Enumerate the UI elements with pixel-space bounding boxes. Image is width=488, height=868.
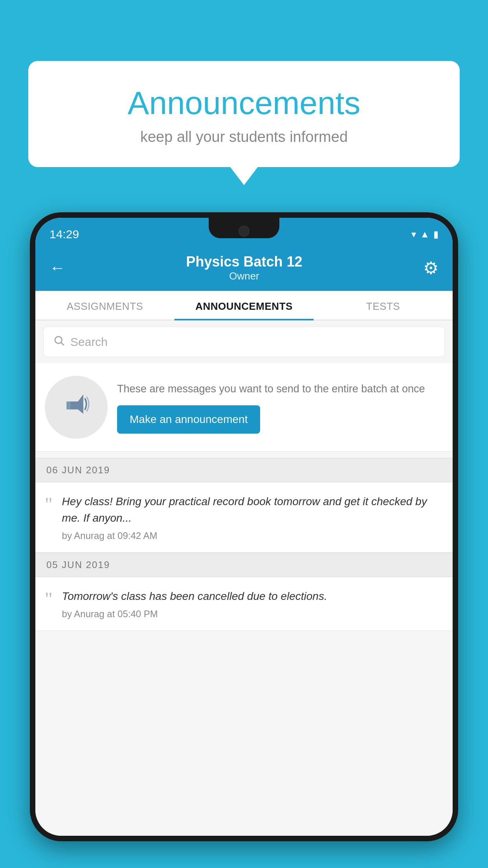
bubble-title: Announcements: [52, 85, 436, 121]
tab-assignments[interactable]: ASSIGNMENTS: [35, 291, 174, 320]
phone-screen: 14:29 ▾ ▲ ▮ ← Physics Batch 12 Owner ⚙: [35, 218, 453, 836]
app-header: ← Physics Batch 12 Owner ⚙: [35, 245, 453, 291]
make-announcement-button[interactable]: Make an announcement: [117, 405, 260, 434]
speech-bubble: Announcements keep all your students inf…: [28, 61, 460, 167]
phone-camera: [238, 226, 250, 237]
promo-icon-circle: [45, 376, 108, 439]
phone-notch: [209, 218, 279, 238]
tab-tests[interactable]: TESTS: [314, 291, 453, 320]
status-icons: ▾ ▲ ▮: [411, 229, 438, 240]
quote-icon-2: ": [45, 590, 53, 609]
tabs-bar: ASSIGNMENTS ANNOUNCEMENTS TESTS: [35, 291, 453, 320]
back-button[interactable]: ←: [50, 259, 65, 277]
announcement-content-1: Hey class! Bring your practical record b…: [62, 493, 443, 541]
date-divider-1: 06 JUN 2019: [35, 458, 453, 482]
content-area: Search: [35, 320, 453, 836]
quote-icon-1: ": [45, 495, 53, 514]
tab-announcements[interactable]: ANNOUNCEMENTS: [174, 291, 314, 320]
announcement-text-1: Hey class! Bring your practical record b…: [62, 493, 443, 526]
search-placeholder: Search: [70, 335, 108, 349]
announcement-item-1: " Hey class! Bring your practical record…: [35, 482, 453, 553]
phone-wrapper: 14:29 ▾ ▲ ▮ ← Physics Batch 12 Owner ⚙: [30, 212, 458, 868]
phone-outer: 14:29 ▾ ▲ ▮ ← Physics Batch 12 Owner ⚙: [30, 212, 458, 841]
search-icon: [53, 334, 65, 349]
speech-bubble-section: Announcements keep all your students inf…: [28, 61, 460, 167]
announcement-promo: These are messages you want to send to t…: [35, 363, 453, 452]
announcement-meta-2: by Anurag at 05:40 PM: [62, 609, 327, 620]
signal-icon: ▲: [420, 229, 429, 240]
status-time: 14:29: [50, 228, 79, 241]
announcement-meta-1: by Anurag at 09:42 AM: [62, 530, 443, 541]
gear-icon[interactable]: ⚙: [423, 258, 438, 278]
header-title: Physics Batch 12: [65, 254, 423, 270]
announcement-text-2: Tomorrow's class has been cancelled due …: [62, 588, 327, 605]
header-center: Physics Batch 12 Owner: [65, 254, 423, 282]
header-subtitle: Owner: [65, 270, 423, 282]
search-bar[interactable]: Search: [43, 327, 445, 357]
promo-description: These are messages you want to send to t…: [117, 381, 443, 397]
megaphone-icon: [62, 390, 90, 425]
battery-icon: ▮: [433, 229, 438, 240]
announcement-item-2: " Tomorrow's class has been cancelled du…: [35, 577, 453, 631]
promo-content: These are messages you want to send to t…: [117, 381, 443, 434]
wifi-icon: ▾: [411, 229, 416, 240]
bubble-subtitle: keep all your students informed: [52, 129, 436, 145]
svg-line-1: [61, 343, 64, 346]
announcement-content-2: Tomorrow's class has been cancelled due …: [62, 588, 327, 620]
svg-point-0: [55, 337, 62, 344]
date-divider-2: 05 JUN 2019: [35, 553, 453, 577]
